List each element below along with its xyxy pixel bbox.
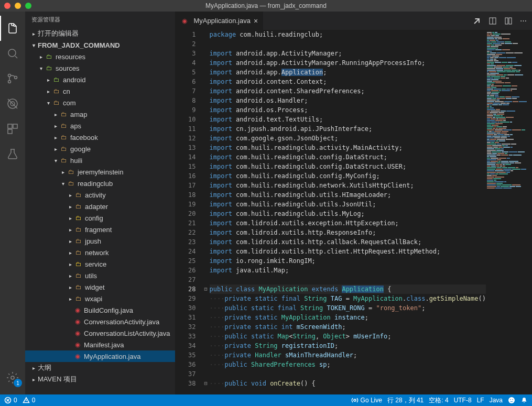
svg-point-2: [8, 81, 11, 83]
tree-folder[interactable]: ▾🗀sources: [25, 62, 175, 74]
tree-folder[interactable]: ▸🗀google: [25, 143, 175, 155]
tree-folder[interactable]: ▸🗀jpush: [25, 235, 175, 247]
debug-icon[interactable]: [0, 91, 25, 116]
minimap[interactable]: [486, 30, 532, 394]
warnings-count[interactable]: 0: [23, 397, 36, 404]
tree-folder[interactable]: ▸🗀resources: [25, 51, 175, 62]
encoding[interactable]: UTF-8: [454, 397, 472, 404]
minimize-window-button[interactable]: [15, 3, 21, 9]
java-file-icon: ◉: [73, 306, 82, 314]
more-icon[interactable]: ⋯: [520, 17, 527, 25]
svg-point-18: [512, 399, 513, 400]
activity-bar: 1: [0, 12, 25, 394]
close-tab-icon[interactable]: ×: [254, 17, 258, 25]
test-icon[interactable]: [0, 141, 25, 167]
tree-folder[interactable]: ▸🗀adapter: [25, 201, 175, 212]
explorer-sidebar: 资源管理器 ▸打开的编辑器 ▾FROM_JADX_COMMAND ▸🗀resou…: [25, 12, 175, 394]
tree-file[interactable]: ◉ConversationListActivity.java: [25, 327, 175, 339]
compare-icon[interactable]: [473, 17, 481, 25]
settings-badge: 1: [14, 379, 22, 387]
outline-section[interactable]: ▸大纲: [25, 362, 175, 374]
tree-folder[interactable]: ▸🗀wxapi: [25, 293, 175, 304]
feedback-icon[interactable]: [508, 397, 515, 404]
tree-folder[interactable]: ▸🗀network: [25, 247, 175, 258]
folder-icon: 🗀: [52, 87, 61, 95]
folder-icon: 🗀: [67, 179, 75, 188]
line-numbers: 1234567891011121314151617181920212223242…: [175, 30, 202, 394]
svg-point-9: [11, 376, 14, 379]
folder-icon: 🗀: [74, 294, 83, 303]
traffic-lights: [4, 3, 31, 9]
eol[interactable]: LF: [477, 397, 484, 404]
settings-gear-icon[interactable]: 1: [0, 365, 25, 390]
notifications-icon[interactable]: [520, 397, 528, 404]
editor-area: ◉ MyApplication.java × ⋯ 123456789101112…: [175, 12, 532, 394]
editor-body[interactable]: 1234567891011121314151617181920212223242…: [175, 30, 532, 394]
folder-icon: 🗀: [74, 271, 83, 280]
cursor-position[interactable]: 行 28，列 41: [387, 396, 424, 405]
language-mode[interactable]: Java: [490, 397, 503, 404]
open-editors-section[interactable]: ▸打开的编辑器: [25, 28, 175, 39]
java-file-icon: ◉: [73, 341, 82, 349]
tree-folder[interactable]: ▸🗀config: [25, 212, 175, 224]
tree-file[interactable]: ◉Manifest.java: [25, 339, 175, 350]
tree-file[interactable]: ◉BuildConfig.java: [25, 304, 175, 316]
folder-icon: 🗀: [60, 110, 68, 118]
folder-icon: 🗀: [74, 225, 83, 234]
errors-count[interactable]: 0: [4, 397, 17, 404]
folder-icon: 🗀: [52, 75, 61, 84]
source-control-icon[interactable]: [0, 66, 25, 91]
search-icon[interactable]: [0, 41, 25, 66]
svg-rect-12: [505, 18, 508, 24]
layout-icon[interactable]: [504, 17, 513, 25]
tree-folder[interactable]: ▾🗀com: [25, 97, 175, 108]
tree-folder[interactable]: ▸🗀amap: [25, 108, 175, 120]
window-title: MyApplication.java — from_jadx_command: [205, 2, 327, 9]
folder-icon: 🗀: [67, 168, 75, 176]
indent-setting[interactable]: 空格: 4: [429, 396, 448, 405]
workspace-root[interactable]: ▾FROM_JADX_COMMAND: [25, 39, 175, 51]
tree-folder[interactable]: ▾🗀readingclub: [25, 178, 175, 189]
svg-point-15: [354, 399, 356, 401]
tree-folder[interactable]: ▸🗀fragment: [25, 224, 175, 235]
java-file-icon: ◉: [73, 329, 82, 337]
extensions-icon[interactable]: [0, 116, 25, 141]
code-content[interactable]: package com.huili.readingclub;import and…: [210, 30, 486, 394]
folder-icon: 🗀: [60, 145, 68, 153]
tree-folder[interactable]: ▸🗀facebook: [25, 131, 175, 143]
go-live-button[interactable]: Go Live: [351, 397, 382, 404]
folder-icon: 🗀: [74, 191, 83, 199]
folder-icon: 🗀: [74, 248, 83, 257]
tree-folder[interactable]: ▸🗀jeremyfeinstein: [25, 166, 175, 178]
folder-icon: 🗀: [52, 98, 61, 107]
status-bar: 0 0 Go Live 行 28，列 41 空格: 4 UTF-8 LF Jav…: [0, 394, 532, 406]
svg-rect-7: [13, 124, 17, 128]
tree-file-selected[interactable]: ◉MyApplication.java: [25, 350, 175, 362]
java-file-icon: ◉: [73, 352, 82, 360]
maven-section[interactable]: ▸MAVEN 项目: [25, 374, 175, 385]
folder-icon: 🗀: [45, 52, 53, 61]
tree-folder[interactable]: ▸🗀android: [25, 74, 175, 85]
tree-folder[interactable]: ▸🗀widget: [25, 281, 175, 293]
split-icon[interactable]: [488, 17, 497, 25]
tree-folder[interactable]: ▸🗀utils: [25, 270, 175, 281]
tree-folder[interactable]: ▸🗀cn: [25, 85, 175, 97]
svg-point-17: [510, 399, 511, 400]
tree-folder[interactable]: ▸🗀service: [25, 258, 175, 270]
folder-icon: 🗀: [74, 283, 83, 291]
explorer-icon[interactable]: [0, 16, 25, 41]
folder-icon: 🗀: [60, 122, 68, 130]
fold-gutter[interactable]: ⊟⊟: [202, 30, 210, 394]
editor-actions: ⋯: [473, 17, 532, 25]
editor-tab[interactable]: ◉ MyApplication.java ×: [175, 12, 264, 30]
sidebar-title: 资源管理器: [25, 12, 175, 28]
file-tree[interactable]: ▸打开的编辑器 ▾FROM_JADX_COMMAND ▸🗀resources ▾…: [25, 28, 175, 394]
tree-folder[interactable]: ▸🗀aps: [25, 120, 175, 131]
tree-file[interactable]: ◉ConversationActivity.java: [25, 316, 175, 327]
maximize-window-button[interactable]: [25, 3, 31, 9]
close-window-button[interactable]: [4, 3, 10, 9]
tree-folder[interactable]: ▸🗀activity: [25, 189, 175, 201]
tree-folder[interactable]: ▾🗀huili: [25, 155, 175, 166]
svg-rect-8: [8, 129, 12, 134]
titlebar: MyApplication.java — from_jadx_command: [0, 0, 532, 12]
